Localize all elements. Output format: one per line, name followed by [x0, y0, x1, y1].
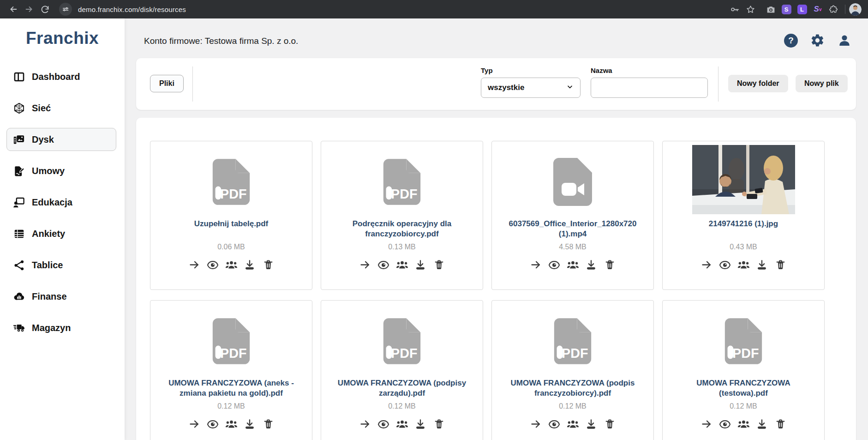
share-button[interactable]: [225, 259, 238, 271]
settings-gear-icon[interactable]: [810, 33, 825, 48]
preview-button[interactable]: [207, 418, 219, 430]
extension-sv-icon[interactable]: Sv: [810, 1, 826, 17]
share-button[interactable]: [396, 418, 408, 430]
user-profile-icon[interactable]: [837, 33, 851, 48]
file-card[interactable]: PDF UMOWA FRANCZYZOWA (podpis franczyzob…: [491, 300, 654, 440]
file-card[interactable]: PDF UMOWA FRANCZYZOWA (podpisy zarządu).…: [321, 300, 483, 440]
extension-l-icon[interactable]: L: [794, 1, 810, 17]
sidebar-item-ankiety[interactable]: Ankiety: [6, 222, 116, 245]
move-button[interactable]: [188, 259, 201, 271]
bookmark-star-icon[interactable]: [742, 1, 758, 17]
boards-icon: [13, 259, 25, 271]
share-button[interactable]: [567, 418, 579, 430]
browser-reload-icon[interactable]: [37, 1, 53, 17]
file-card[interactable]: PDF UMOWA FRANCZYZOWA (aneks - zmiana pa…: [150, 300, 312, 440]
sidebar-item-umowy[interactable]: Umowy: [6, 159, 116, 182]
download-button[interactable]: [756, 259, 768, 271]
delete-button[interactable]: [262, 259, 275, 271]
file-name: UMOWA FRANCZYZOWA (testowa).pdf: [672, 378, 815, 399]
preview-button[interactable]: [548, 418, 561, 430]
file-size: 0.12 MB: [388, 402, 416, 410]
download-button[interactable]: [585, 418, 598, 430]
download-button[interactable]: [756, 418, 768, 430]
dashboard-icon: [13, 71, 25, 83]
move-button[interactable]: [530, 259, 542, 271]
extension-s-icon[interactable]: S: [778, 1, 794, 17]
network-icon: [13, 102, 25, 114]
sidebar-item-magazyn[interactable]: Magazyn: [6, 316, 116, 339]
browser-forward-icon[interactable]: [21, 1, 37, 17]
browser-back-icon[interactable]: [6, 1, 21, 17]
sidebar-item-tablice[interactable]: Tablice: [6, 253, 116, 277]
preview-button[interactable]: [377, 259, 390, 271]
camera-extension-icon[interactable]: [763, 1, 778, 17]
file-card[interactable]: 6037569_Office_Interior_1280x720 (1).mp4…: [491, 141, 654, 290]
pdf-file-icon: PDF: [382, 317, 422, 365]
file-card[interactable]: PDF UMOWA FRANCZYZOWA (testowa).pdf 0.12…: [662, 300, 825, 440]
preview-button[interactable]: [719, 259, 731, 271]
surveys-icon: [13, 228, 25, 240]
move-button[interactable]: [530, 418, 542, 430]
file-card[interactable]: 2149741216 (1).jpg 0.43 MB: [662, 141, 825, 290]
type-label: Typ: [481, 66, 493, 74]
header-icons: ?: [784, 33, 851, 48]
preview-button[interactable]: [548, 259, 561, 271]
share-button[interactable]: [396, 259, 408, 271]
delete-button[interactable]: [433, 259, 445, 271]
type-select[interactable]: wszystkie: [481, 78, 581, 98]
url-bar[interactable]: demo.franchix.com/disk/resources: [78, 6, 186, 13]
file-name: Podręcznik operacyjny dla franczyzobiorc…: [330, 219, 473, 240]
download-button[interactable]: [244, 418, 256, 430]
name-filter-input[interactable]: [591, 78, 708, 98]
share-button[interactable]: [567, 259, 579, 271]
help-icon[interactable]: ?: [784, 34, 798, 48]
move-button[interactable]: [700, 418, 713, 430]
new-folder-button[interactable]: Nowy folder: [728, 75, 788, 92]
move-button[interactable]: [700, 259, 713, 271]
svg-text:PDF: PDF: [562, 346, 588, 361]
file-card[interactable]: PDF Podręcznik operacyjny dla franczyzob…: [321, 141, 483, 290]
file-actions: [530, 418, 616, 430]
move-button[interactable]: [359, 418, 371, 430]
extensions-puzzle-icon[interactable]: [826, 1, 841, 17]
finance-icon: [13, 290, 25, 302]
preview-button[interactable]: [719, 418, 731, 430]
browser-profile-avatar[interactable]: [849, 3, 862, 16]
files-tab-button[interactable]: Pliki: [150, 75, 184, 92]
screen: demo.franchix.com/disk/resources S L Sv …: [0, 0, 868, 440]
download-button[interactable]: [585, 259, 598, 271]
sidebar-item-edukacja[interactable]: Edukacja: [6, 191, 116, 214]
sidebar-item-finanse[interactable]: Finanse: [6, 285, 116, 308]
preview-button[interactable]: [377, 418, 390, 430]
delete-button[interactable]: [774, 418, 787, 430]
delete-button[interactable]: [604, 418, 616, 430]
site-info-icon[interactable]: [59, 3, 72, 16]
sidebar-item-dysk[interactable]: Dysk: [6, 128, 116, 151]
svg-text:PDF: PDF: [391, 187, 417, 201]
file-grid: PDF Uzupełnij tabelę.pdf 0.06 MB PDF Pod…: [136, 118, 856, 440]
file-size: 0.43 MB: [730, 243, 757, 251]
download-button[interactable]: [244, 259, 256, 271]
download-button[interactable]: [414, 259, 427, 271]
share-button[interactable]: [225, 418, 238, 430]
share-button[interactable]: [737, 418, 750, 430]
file-card[interactable]: PDF Uzupełnij tabelę.pdf 0.06 MB: [150, 141, 312, 290]
file-actions: [359, 418, 445, 430]
move-button[interactable]: [188, 418, 201, 430]
new-file-button[interactable]: Nowy plik: [796, 75, 848, 92]
delete-button[interactable]: [774, 259, 787, 271]
sidebar-item-dashboard[interactable]: Dashboard: [6, 65, 116, 88]
sidebar-nav: Dashboard Sieć Dysk Umowy Edukacja Ankie…: [0, 65, 125, 339]
sidebar-item-sieć[interactable]: Sieć: [6, 96, 116, 120]
file-actions: [188, 259, 275, 271]
download-button[interactable]: [414, 418, 427, 430]
delete-button[interactable]: [262, 418, 275, 430]
share-button[interactable]: [737, 259, 750, 271]
preview-button[interactable]: [207, 259, 219, 271]
delete-button[interactable]: [604, 259, 616, 271]
move-button[interactable]: [359, 259, 371, 271]
delete-button[interactable]: [433, 418, 445, 430]
password-key-icon[interactable]: [727, 1, 742, 17]
file-actions: [359, 259, 445, 271]
svg-text:PDF: PDF: [391, 346, 417, 361]
